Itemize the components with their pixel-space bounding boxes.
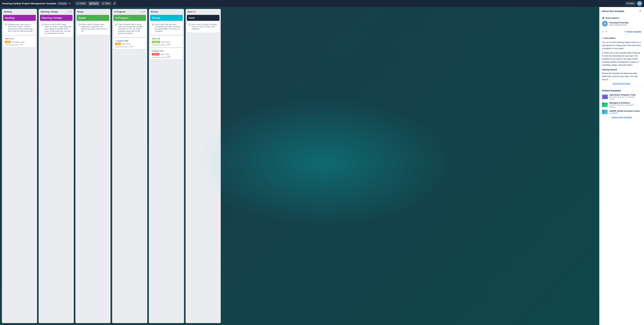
progress-pct: 100% [166, 56, 171, 58]
column-title-done: Done 🎉 [188, 10, 196, 13]
star-button[interactable]: ★ [69, 2, 71, 5]
list-item[interactable]: Feature XYZ Critical Sales Team ▬▬▬▬▬▬▬▬… [150, 48, 183, 60]
admin-name: Amazing PowerUps [609, 22, 629, 24]
card-desc: 💬 Staging area to put work to plan for t… [5, 23, 34, 32]
copy-icon: ⧉ [602, 31, 604, 33]
column-inprogress: In Progress 3 / 10 In Progress 💬 Track t… [112, 9, 147, 323]
column-count-planning: 2 / 10 [67, 11, 72, 13]
share-icon: ↗ [624, 30, 626, 33]
close-panel-button[interactable]: ✕ [639, 9, 642, 13]
related-thumb-2 [602, 110, 608, 114]
list-item[interactable]: Agile Board Template | Trello by Lyndi T… [602, 94, 642, 100]
list-item[interactable]: 💬 Move cards to Ready when planning is c… [77, 22, 109, 35]
list-item[interactable]: 💬 Move a card to this stage when it is t… [40, 22, 72, 37]
column-title-inprogress: In Progress [114, 10, 126, 13]
admin-avatar: AP [602, 21, 608, 26]
related-info-1: Managing Translations by Denise Shimoni,… [609, 102, 642, 108]
list-item[interactable]: 💬 List of work that has been completed b… [150, 22, 183, 35]
progress-pct: 80% [130, 46, 133, 48]
more-views-button[interactable]: ▾ [113, 2, 116, 6]
watch-button[interactable]: 👁 [605, 31, 607, 33]
column-title-review: Review [151, 10, 158, 13]
table-label: Table [105, 2, 110, 5]
column-header-review: Review [149, 9, 184, 14]
column-body-planning: 💬 Move a card to this stage when it is t… [39, 21, 74, 38]
table-view-button[interactable]: ☰ Table [101, 2, 112, 6]
description-text: You can use this Amazing Kanban board as… [602, 41, 642, 81]
done-label-card[interactable]: Done [187, 15, 220, 21]
template-badge[interactable]: Template [58, 2, 68, 5]
panel-actions: ⧉ 👁 ↗ Share template [600, 29, 644, 35]
admin-row: AP Amazing PowerUps @amazingpowerups [602, 21, 642, 26]
progress-bar: ▬▬▬▬▬▬▬▬ 100% [152, 56, 181, 58]
admins-section-title: 👤 Board admins [602, 17, 642, 19]
progress-bar: ▬▬▬▬▬▬▬▬ 80% [115, 46, 144, 48]
related-by-0: by Lyndi Thompson, Sr. Demand Gener... [609, 96, 642, 100]
description-title: ≡ Description [602, 37, 642, 39]
board-container: Backlog Backlog 💬 Staging area to put wo… [0, 7, 644, 325]
card-meta: High Sales Team [115, 43, 144, 45]
review-label-card[interactable]: Review [150, 15, 183, 21]
person-icon: 👤 [602, 17, 604, 19]
comment-icon: 💬 [188, 24, 191, 26]
column-body-inprogress: 💬 Track the work that is being done and … [112, 21, 147, 50]
list-item[interactable]: Task 123 Medium Sales Team ▬▬▬▬▬▬▬▬ 100% [150, 36, 183, 47]
explore-templates-link[interactable]: Explore more templates [602, 116, 642, 118]
column-header-planning: Planning / Design 2 / 10 [39, 9, 74, 14]
comment-icon: 💬 [152, 24, 154, 26]
show-full-description-link[interactable]: Show full description. [602, 82, 642, 85]
share-template-button[interactable]: ↗ Share template [624, 30, 642, 33]
card-desc: 💬 Move a card to this stage when it is t… [42, 23, 71, 34]
list-item[interactable]: Managing Translations by Denise Shimoni,… [602, 102, 642, 108]
planning-label-card[interactable]: Planning / Design [40, 15, 72, 21]
related-info-0: Agile Board Template | Trello by Lyndi T… [609, 94, 642, 100]
priority-badge: Medium [152, 41, 160, 43]
list-item[interactable]: 💬 Track the work that is being done and … [114, 22, 146, 37]
backlog-label-card[interactable]: Backlog [3, 15, 36, 21]
column-body-review: 💬 List of work that has been completed b… [149, 21, 184, 61]
progress-pct: 100% [166, 44, 171, 46]
related-info-2: UNICEF Global Innovation Centre by UNICE… [609, 110, 642, 114]
public-button[interactable]: 🌐 Public [75, 2, 87, 6]
admin-info: Amazing PowerUps @amazingpowerups [609, 22, 629, 26]
board-view-button[interactable]: ▦ Board [88, 2, 100, 6]
column-planning: Planning / Design 2 / 10 Planning / Desi… [39, 9, 74, 323]
column-body-backlog: 💬 Staging area to put work to plan for t… [2, 21, 37, 48]
user-avatar-button[interactable]: AP [637, 1, 642, 6]
ready-label-card[interactable]: Ready [77, 15, 109, 21]
related-by-1: by Denise Shimoni, Localization Manag... [609, 104, 642, 108]
board-area: Backlog Backlog 💬 Staging area to put wo… [0, 7, 599, 325]
getting-started-title: Getting Started [602, 68, 642, 72]
filter-label: Filter [630, 2, 634, 5]
team-label: Sales Team [160, 53, 170, 55]
related-name-1: Managing Translations [609, 102, 642, 104]
related-name-0: Agile Board Template | Trello [609, 94, 642, 96]
description-section: ≡ Description You can use this Amazing K… [600, 35, 644, 87]
column-count-inprogress: 3 / 10 [140, 11, 145, 13]
column-header-ready: Ready [76, 9, 110, 14]
progress-bar: ▬▬▬▬▬▬▬▬ 100% [152, 44, 181, 46]
comment-icon: 💬 [42, 24, 44, 26]
list-item[interactable]: ≡ Feature ABC High Sales Team ▬▬▬▬▬▬▬▬ 8… [114, 38, 146, 49]
card-title: Task XYZ [5, 38, 34, 40]
related-thumb-0 [602, 94, 608, 99]
card-desc: 💬 Once work is ready to release, move to… [188, 23, 218, 30]
list-item[interactable]: 💬 Staging area to put work to plan for t… [3, 22, 36, 35]
team-label: Sales Team [122, 43, 131, 45]
header-divider [73, 2, 73, 6]
column-body-done: 💬 Once work is ready to release, move to… [186, 21, 221, 34]
board-title: Amazing Kanban Project Management Templa… [2, 2, 56, 5]
comment-icon: 💬 [115, 24, 118, 26]
column-ready: Ready Ready 💬 Move cards to Ready when p… [76, 9, 110, 323]
filter-button[interactable]: ⚙ Filter [625, 2, 636, 6]
app-header: Amazing Kanban Project Management Templa… [0, 0, 644, 7]
list-item[interactable]: UNICEF Global Innovation Centre by UNICE… [602, 110, 642, 114]
public-label: Public [80, 2, 85, 5]
comment-icon: 💬 [78, 24, 81, 26]
inprogress-label-card[interactable]: In Progress [114, 15, 146, 21]
copy-button[interactable]: ⧉ [602, 31, 604, 33]
list-item[interactable]: Task XYZ High Operations Team ▬▬▬▬▬▬▬▬ 7… [3, 36, 36, 47]
column-header-inprogress: In Progress 3 / 10 [112, 9, 147, 14]
list-item[interactable]: 💬 Once work is ready to release, move to… [187, 22, 220, 32]
related-templates-section: Related templates Agile Board Template |… [600, 87, 644, 121]
